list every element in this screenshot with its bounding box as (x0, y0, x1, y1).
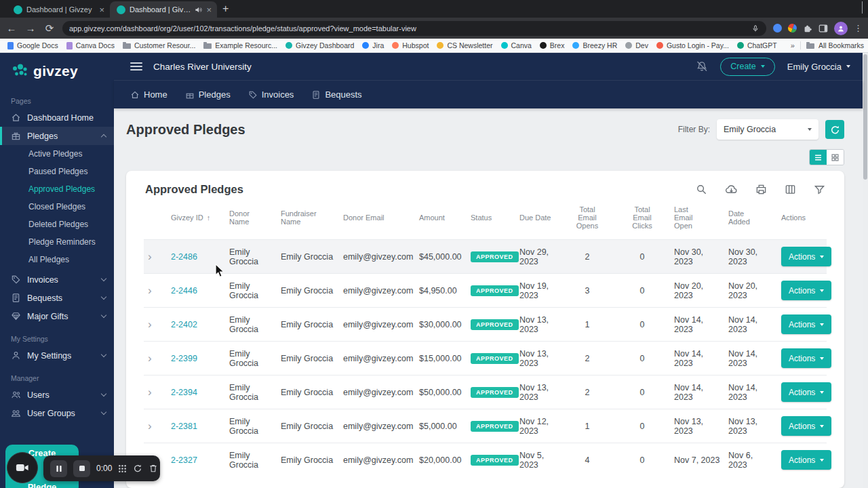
bookmark-item[interactable]: Example Resourc... (200, 40, 281, 51)
all-bookmarks[interactable]: All Bookmarks (800, 41, 864, 49)
givzey-id-link[interactable]: 2-2446 (171, 286, 197, 296)
row-expand-icon[interactable]: › (148, 386, 152, 399)
row-actions-button[interactable]: Actions (781, 247, 831, 266)
recorder-stop-button[interactable] (73, 460, 90, 477)
tab-list-chevron-icon[interactable] (862, 1, 863, 14)
mic-icon[interactable] (751, 24, 760, 33)
filter-icon[interactable] (814, 184, 825, 195)
row-actions-button[interactable]: Actions (781, 281, 831, 300)
tab-close-icon[interactable]: × (99, 5, 104, 14)
recorder-apps-grid-icon[interactable] (118, 464, 127, 473)
filter-user-dropdown[interactable]: Emily Groccia (717, 119, 818, 140)
row-expand-icon[interactable]: › (148, 352, 152, 365)
recorder-pause-button[interactable] (50, 460, 67, 477)
nav-item-bequests[interactable]: Bequests (311, 89, 361, 100)
bookmark-item[interactable]: Gusto Login - Pay... (653, 40, 732, 51)
columns-icon[interactable] (785, 184, 796, 195)
bookmark-item[interactable]: Brex (536, 40, 568, 51)
sidebar-item-active-pledges[interactable]: Active Pledges (0, 145, 114, 163)
bookmark-item[interactable]: Dev (622, 40, 652, 51)
sidebar-item-dashboard-home[interactable]: Dashboard Home (0, 108, 114, 127)
browser-tab-1[interactable]: Dashboard | Givzey × (7, 1, 110, 18)
sidebar-item-users[interactable]: Users (0, 386, 114, 404)
givzey-logo[interactable]: givzey (0, 53, 114, 87)
hamburger-menu-icon[interactable] (130, 62, 142, 70)
sidebar-item-major-gifts[interactable]: Major Gifts (0, 307, 114, 325)
bookmark-item[interactable]: Hubspot (389, 40, 432, 51)
row-expand-icon[interactable]: › (148, 250, 152, 263)
bookmark-item[interactable]: ChatGPT (734, 40, 781, 51)
sidebar-item-paused-pledges[interactable]: Paused Pledges (0, 163, 114, 180)
grid-view-button[interactable] (827, 150, 844, 165)
side-panel-icon[interactable] (818, 24, 828, 33)
row-actions-button[interactable]: Actions (781, 416, 831, 436)
bookmarks-overflow-icon[interactable]: » (787, 41, 799, 49)
reload-icon[interactable]: ⟳ (43, 23, 56, 33)
back-icon[interactable]: ← (5, 23, 18, 33)
sidebar-item-deleted-pledges[interactable]: Deleted Pledges (0, 216, 114, 233)
sidebar-item-pledge-reminders[interactable]: Pledge Reminders (0, 233, 114, 251)
extension-pinwheel-icon[interactable] (787, 22, 798, 34)
table-row[interactable]: › 2-2381 Emily Groccia Emily Groccia emi… (144, 409, 827, 443)
user-menu[interactable]: Emily Groccia (787, 62, 850, 72)
bookmark-item[interactable]: CS Newsletter (433, 40, 496, 51)
givzey-id-link[interactable]: 2-2402 (171, 320, 197, 329)
bookmark-item[interactable]: Jira (359, 40, 387, 51)
table-row[interactable]: › 2-2394 Emily Groccia Emily Groccia emi… (144, 375, 827, 409)
bookmark-item[interactable]: Google Docs (4, 40, 62, 51)
sidebar-item-my-settings[interactable]: My Settings (0, 346, 114, 365)
sidebar-item-closed-pledges[interactable]: Closed Pledges (0, 198, 114, 216)
create-button[interactable]: Create (720, 58, 775, 76)
bookmark-item[interactable]: Canva (498, 40, 535, 51)
bookmark-item[interactable]: Givzey Dashboard (282, 40, 357, 51)
nav-item-home[interactable]: Home (130, 89, 167, 100)
filter-refresh-button[interactable] (825, 120, 844, 139)
bookmark-item[interactable]: Breezy HR (569, 40, 620, 51)
print-icon[interactable] (755, 184, 767, 195)
table-row[interactable]: › 2-2399 Emily Groccia Emily Groccia emi… (144, 342, 827, 375)
recorder-camera-button[interactable] (7, 452, 38, 483)
sidebar-item-pledges[interactable]: Pledges (0, 127, 114, 145)
sidebar-item-all-pledges[interactable]: All Pledges (0, 251, 114, 268)
sidebar-item-invoices[interactable]: Invoices (0, 270, 114, 289)
url-bar[interactable]: app.givzey.com/dashboard/org/2/user/102/… (62, 21, 766, 36)
search-icon[interactable] (696, 184, 707, 195)
givzey-id-link[interactable]: 2-2381 (171, 422, 197, 431)
list-view-button[interactable] (810, 150, 827, 165)
browser-tab-2-active[interactable]: Dashboard | Givzey × (110, 1, 217, 18)
notifications-muted-icon[interactable] (696, 60, 708, 73)
profile-avatar[interactable] (834, 22, 848, 35)
new-tab-button[interactable]: + (222, 3, 229, 15)
col-givzey-id[interactable]: Givzey ID↑ (167, 200, 225, 240)
bookmark-item[interactable]: Customer Resour... (119, 40, 199, 51)
givzey-id-link[interactable]: 2-2394 (171, 388, 197, 397)
givzey-id-link[interactable]: 2-2399 (171, 354, 197, 363)
row-actions-button[interactable]: Actions (781, 382, 831, 402)
bookmark-item[interactable]: Canva Docs (63, 40, 118, 51)
table-row[interactable]: › 2-2446 Emily Groccia Emily Groccia emi… (144, 274, 827, 308)
nav-item-pledges[interactable]: Pledges (185, 89, 231, 100)
export-download-icon[interactable] (725, 184, 738, 195)
row-actions-button[interactable]: Actions (781, 348, 831, 368)
sidebar-item-bequests[interactable]: Bequests (0, 289, 114, 307)
sort-asc-icon[interactable]: ↑ (207, 214, 211, 222)
recorder-delete-icon[interactable] (149, 464, 158, 473)
givzey-id-link[interactable]: 2-2486 (171, 252, 197, 262)
sidebar-item-approved-pledges[interactable]: Approved Pledges (0, 180, 114, 198)
row-actions-button[interactable]: Actions (781, 450, 831, 470)
browser-menu-icon[interactable]: ⋮ (854, 23, 863, 33)
row-actions-button[interactable]: Actions (781, 314, 831, 334)
recorder-restart-icon[interactable] (133, 464, 142, 473)
row-expand-icon[interactable]: › (148, 284, 152, 297)
tab-audio-icon[interactable] (195, 6, 202, 14)
row-expand-icon[interactable]: › (148, 318, 152, 331)
sidebar-item-user-groups[interactable]: User Groups (0, 404, 114, 422)
nav-item-invoices[interactable]: Invoices (248, 89, 294, 100)
page-scrollbar[interactable] (863, 53, 868, 488)
tab-close-icon[interactable]: × (206, 5, 212, 14)
table-row[interactable]: › 2-2402 Emily Groccia Emily Groccia emi… (144, 308, 827, 342)
givzey-id-link[interactable]: 2-2327 (171, 455, 197, 465)
row-expand-icon[interactable]: › (148, 420, 152, 432)
extension-icon[interactable] (773, 24, 782, 33)
scrollbar-thumb[interactable] (863, 54, 867, 180)
